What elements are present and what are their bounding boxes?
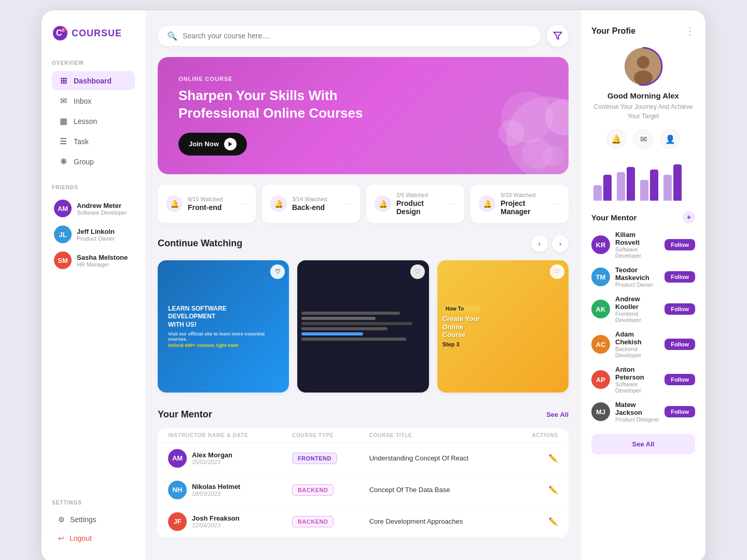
- progress-dots-3[interactable]: ···: [554, 199, 560, 208]
- follow-btn-2[interactable]: Follow: [665, 303, 695, 315]
- chart-bar-1-dark: [627, 167, 635, 201]
- profile-header: Your Profie ⋮: [591, 25, 695, 37]
- edit-icon-0[interactable]: ✏️: [548, 454, 558, 463]
- settings-item-settings[interactable]: ⚙ Settings: [52, 511, 135, 528]
- th-course-type: COURSE TYPE: [286, 428, 363, 443]
- mentor-badge-0: FRONTEND: [286, 442, 363, 474]
- notification-button[interactable]: 🔔: [606, 129, 626, 149]
- hero-title: Sharpen Your Skills With Professional On…: [178, 87, 376, 122]
- friend-item-andrew[interactable]: AM Andrew Meter Software Developer: [52, 195, 135, 221]
- mentor-table-title: Your Mentor: [158, 409, 212, 420]
- continue-watching-header: Continue Watching ‹ ›: [158, 235, 569, 252]
- settings-icon: ⚙: [58, 515, 65, 524]
- task-icon: ☰: [58, 136, 68, 146]
- chart-bar-3-light: [663, 175, 672, 201]
- mentor-avatar-1: NH: [168, 481, 187, 499]
- inbox-icon: ✉: [58, 96, 68, 106]
- mentor-course-2: Core Development Approaches: [363, 506, 513, 537]
- overview-label: OVERVIEW: [52, 60, 135, 66]
- mentor-table-header: Your Mentor See All: [158, 409, 569, 420]
- next-arrow[interactable]: ›: [552, 235, 569, 252]
- prev-arrow[interactable]: ‹: [531, 235, 548, 252]
- bell-icon-backend: 🔔: [270, 195, 287, 212]
- friend-avatar-sasha: SM: [54, 251, 72, 269]
- chart-bar-3-dark: [673, 164, 682, 201]
- join-now-button[interactable]: Join Now: [178, 133, 247, 156]
- profile-ring: [622, 46, 664, 87]
- group-icon: ❋: [58, 157, 68, 166]
- progress-dots-1[interactable]: ···: [345, 199, 352, 208]
- edit-icon-2[interactable]: ✏️: [548, 517, 558, 526]
- settings-section: SETTINGS ⚙ Settings ↩ Logout: [52, 487, 135, 548]
- friends-label: FRIENDS: [52, 185, 135, 190]
- mentor-instructor-2: JF Josh Freakson 12/04/2023: [162, 506, 286, 537]
- add-mentor-button[interactable]: +: [683, 211, 695, 223]
- mentor-avatar-2: JF: [168, 512, 187, 531]
- sidebar: C ! COURSUE OVERVIEW ⊞ Dashboard ✉ Inbox…: [42, 10, 145, 560]
- th-actions: ACTIONS: [513, 428, 564, 443]
- follow-btn-5[interactable]: Follow: [665, 406, 695, 417]
- sidebar-item-dashboard[interactable]: ⊞ Dashboard: [52, 71, 135, 90]
- bell-icon-frontend: 🔔: [166, 195, 183, 212]
- follow-btn-3[interactable]: Follow: [665, 339, 695, 350]
- friend-info-sasha: Sasha Melstone HR Manager: [77, 254, 128, 268]
- bookmark-btn-0[interactable]: ♡: [270, 264, 285, 279]
- message-button[interactable]: ✉: [633, 129, 653, 149]
- sidebar-item-lesson[interactable]: ▦ Lesson: [52, 111, 135, 131]
- chart-bar-0-light: [593, 185, 602, 201]
- logo-icon: C !: [52, 25, 68, 41]
- settings-item-logout[interactable]: ↩ Logout: [52, 529, 135, 547]
- mentor-course-1: Concept Of The Data Base: [363, 474, 513, 506]
- mentor-action-1: ✏️: [513, 474, 564, 506]
- progress-dots-2[interactable]: ···: [449, 199, 456, 208]
- user-button[interactable]: 👤: [660, 129, 680, 149]
- bell-icon-manager: 🔔: [479, 195, 495, 212]
- course-card-0: LEARN SOFTWARE DEVELOPMENT WITH US! Visi…: [158, 260, 289, 393]
- right-mentor-info-3: Adam Chekish Backend Developer: [615, 330, 659, 358]
- friend-item-sasha[interactable]: SM Sasha Melstone HR Manager: [52, 247, 135, 273]
- chart-bar-2-light: [640, 180, 648, 201]
- mentor-row-1: NH Nikolas Helmet 18/03/2023 BACKEND Con…: [162, 474, 564, 506]
- mentor-row-2: JF Josh Freakson 12/04/2023 BACKEND Core…: [162, 506, 564, 537]
- play-icon: [227, 141, 233, 147]
- th-course-title: COURSE TITLE: [363, 428, 513, 443]
- right-mentor-4: AP Anton Peterson Software Developer Fol…: [591, 366, 695, 394]
- right-panel: Your Profie ⋮ Good Morning Alex Continue…: [581, 10, 706, 560]
- progress-info-backend: 3/14 Watched Back-end: [292, 196, 340, 212]
- search-input[interactable]: [183, 32, 531, 40]
- edit-icon-1[interactable]: ✏️: [548, 485, 558, 494]
- bookmark-btn-1[interactable]: ♡: [410, 264, 425, 279]
- follow-btn-1[interactable]: Follow: [665, 271, 695, 283]
- friend-info-jeff: Jeff Linkoln Product Owner: [77, 228, 115, 242]
- chart-group-1: [617, 167, 635, 201]
- mentor-section: Your Mentor See All INSTRUCTOR NAME & DA…: [158, 409, 569, 538]
- nav-arrows: ‹ ›: [531, 235, 569, 252]
- progress-cards: 🔔 8/15 Watched Front-end ··· 🔔 3/14 Watc…: [158, 185, 569, 223]
- right-mentor-avatar-2: AK: [591, 300, 610, 318]
- search-input-wrap: 🔍: [158, 26, 541, 46]
- sidebar-item-inbox[interactable]: ✉ Inbox: [52, 91, 135, 110]
- sidebar-item-task[interactable]: ☰ Task: [52, 132, 135, 151]
- mentor-see-all-link[interactable]: See All: [546, 411, 569, 418]
- chart-bar-0-dark: [603, 175, 612, 201]
- profile-greeting: Good Morning Alex: [607, 91, 679, 100]
- mentor-instructor-0: AM Alex Morgan 25/02/2023: [162, 442, 286, 474]
- sidebar-item-group[interactable]: ❋ Group: [52, 152, 135, 171]
- more-options-button[interactable]: ⋮: [685, 25, 695, 37]
- follow-btn-4[interactable]: Follow: [665, 374, 695, 385]
- svg-point-15: [625, 48, 662, 85]
- right-mentor-section: Your Mentor + KR Kiliam Rosvelt Software…: [591, 211, 695, 454]
- chart-bar-2-dark: [650, 170, 658, 201]
- filter-button[interactable]: [547, 25, 569, 47]
- right-see-all-button[interactable]: See All: [591, 434, 695, 454]
- progress-dots-0[interactable]: ···: [241, 199, 247, 208]
- bookmark-btn-2[interactable]: ♡: [550, 264, 564, 279]
- friend-item-jeff[interactable]: JL Jeff Linkoln Product Owner: [52, 221, 135, 247]
- follow-btn-0[interactable]: Follow: [665, 239, 695, 250]
- mentor-row-0: AM Alex Morgan 25/02/2023 FRONTEND Under…: [162, 442, 564, 474]
- friends-section: FRIENDS AM Andrew Meter Software Develop…: [52, 183, 135, 273]
- right-mentor-0: KR Kiliam Rosvelt Software Developer Fol…: [591, 231, 695, 259]
- right-mentor-info-5: Matew Jackson Product Designer: [615, 401, 659, 423]
- filter-icon: [553, 31, 562, 40]
- right-mentor-info-1: Teodor Maskevich Product Owner: [615, 266, 659, 288]
